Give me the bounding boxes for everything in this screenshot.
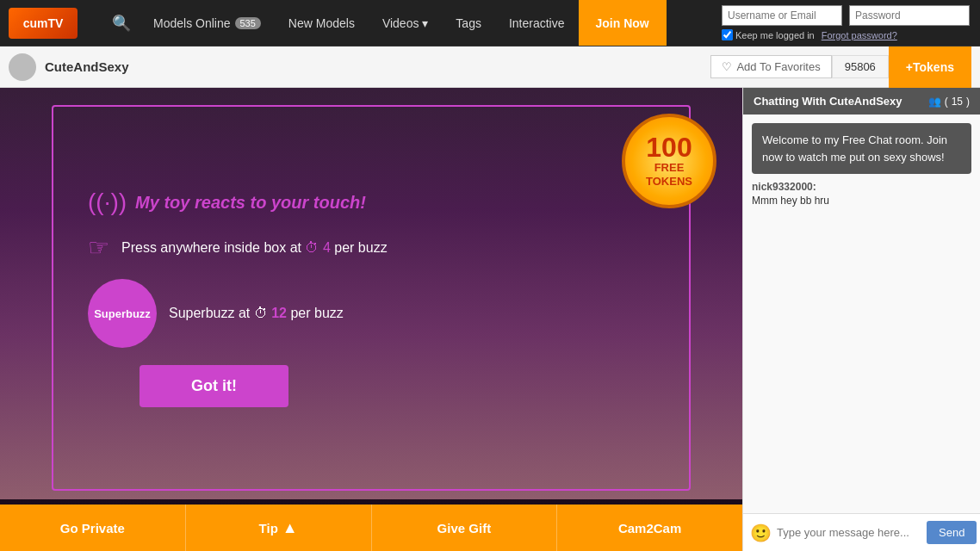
auth-options-row: Keep me logged in Forgot password? (722, 29, 970, 40)
auth-section: Keep me logged in Forgot password? (711, 5, 980, 40)
auth-inputs-row (722, 5, 970, 26)
nav-models-online[interactable]: Models Online 535 (140, 0, 275, 46)
tip-arrow-icon: ▲ (282, 519, 298, 537)
chat-message-username: nick9332000: (752, 181, 971, 193)
streamer-avatar (9, 53, 36, 81)
interactive-overlay[interactable]: ((·)) My toy reacts to your touch! ☞ Pre… (52, 105, 691, 491)
superbuzz-button[interactable]: Superbuzz (88, 279, 157, 348)
chat-users-count: 👥 (15) (928, 96, 970, 108)
video-area: ((·)) My toy reacts to your touch! ☞ Pre… (0, 88, 742, 551)
toy-title-text: My toy reacts to your touch! (135, 193, 366, 213)
send-message-button[interactable]: Send (927, 521, 977, 544)
hand-pointer-icon: ☞ (88, 233, 109, 262)
press-token-icon: ⏱ (305, 240, 319, 255)
username-input[interactable] (722, 5, 842, 26)
press-token-amount: 4 (323, 240, 331, 255)
action-bar: Go Private Tip ▲ Give Gift Cam2Cam (0, 505, 742, 551)
nav-videos[interactable]: Videos ▾ (369, 0, 442, 46)
nav-interactive[interactable]: Interactive (495, 0, 579, 46)
free-tokens-badge: 100 FREE TOKENS (622, 114, 716, 208)
token-balance: 95806 (832, 55, 889, 78)
free-tokens-line1: FREE (654, 161, 685, 175)
keep-logged-label[interactable]: Keep me logged in (722, 29, 815, 40)
got-it-button[interactable]: Got it! (140, 365, 288, 407)
chat-header-title: Chatting With CuteAndSexy (754, 95, 902, 108)
vibrate-icon: ((·)) (88, 189, 127, 216)
video-background: ((·)) My toy reacts to your touch! ☞ Pre… (0, 88, 742, 551)
streamer-chat-bubble: Welcome to my Free Chat room. Join now t… (752, 123, 971, 174)
heart-icon: ♡ (722, 60, 732, 73)
logo-image: cumTV (9, 8, 78, 39)
forgot-password-link[interactable]: Forgot password? (822, 30, 897, 40)
free-tokens-number: 100 (646, 133, 692, 161)
models-count-badge: 535 (235, 17, 261, 29)
superbuzz-amount: 12 (271, 306, 287, 320)
toy-title-row: ((·)) My toy reacts to your touch! (88, 189, 366, 216)
chat-input-area: 🙂 Send (743, 513, 980, 551)
stream-bar: CuteAndSexy ♡ Add To Favorites 95806 +To… (0, 46, 980, 88)
press-instruction-text: Press anywhere inside box at ⏱ 4 per buz… (121, 240, 388, 256)
free-tokens-line2: TOKENS (646, 175, 692, 189)
superbuzz-row: Superbuzz Superbuzz at ⏱ 12 per buzz (88, 279, 344, 348)
streamer-name: CuteAndSexy (45, 59, 710, 74)
give-gift-button[interactable]: Give Gift (372, 505, 558, 551)
chat-header: Chatting With CuteAndSexy 👥 (15) (743, 88, 980, 115)
add-to-favorites-button[interactable]: ♡ Add To Favorites (710, 55, 831, 78)
main-header: cumTV 🔍 Models Online 535 New Models Vid… (0, 0, 980, 46)
chat-message-input[interactable] (777, 526, 921, 539)
add-tokens-button[interactable]: +Tokens (889, 46, 971, 88)
press-instruction-row: ☞ Press anywhere inside box at ⏱ 4 per b… (88, 233, 388, 262)
main-nav: Models Online 535 New Models Videos ▾ Ta… (140, 0, 711, 46)
nav-new-models[interactable]: New Models (275, 0, 369, 46)
password-input[interactable] (849, 5, 970, 26)
emoji-button[interactable]: 🙂 (750, 523, 772, 543)
tip-button[interactable]: Tip ▲ (186, 505, 372, 551)
cam2cam-button[interactable]: Cam2Cam (557, 505, 742, 551)
nav-tags[interactable]: Tags (442, 0, 495, 46)
users-icon: 👥 (928, 96, 941, 108)
superbuzz-token-icon: ⏱ (254, 306, 268, 320)
go-private-button[interactable]: Go Private (0, 505, 186, 551)
keep-logged-checkbox[interactable] (722, 29, 733, 40)
users-count: ( (945, 96, 948, 108)
nav-join-now[interactable]: Join Now (579, 0, 667, 46)
superbuzz-text: Superbuzz at ⏱ 12 per buzz (169, 306, 344, 321)
main-layout: ((·)) My toy reacts to your touch! ☞ Pre… (0, 88, 980, 551)
search-button[interactable]: 🔍 (103, 14, 140, 33)
site-logo[interactable]: cumTV (0, 8, 103, 39)
chat-message-text: Mmm hey bb hru (752, 195, 971, 207)
chat-panel: Chatting With CuteAndSexy 👥 (15) Welcome… (742, 88, 980, 551)
chat-message: nick9332000: Mmm hey bb hru (752, 181, 971, 207)
chat-messages-area: Welcome to my Free Chat room. Join now t… (743, 115, 980, 513)
